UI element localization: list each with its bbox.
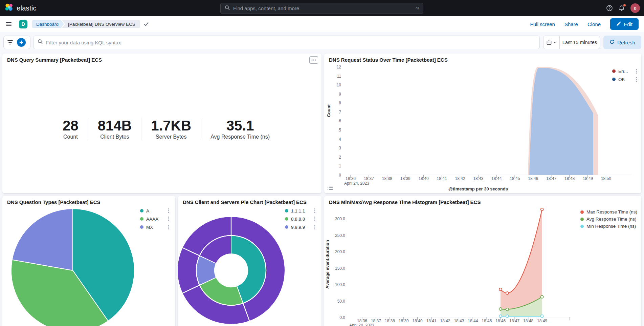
x-tick-label: 18:44 [491, 176, 502, 181]
panel-options-icon[interactable] [309, 56, 318, 64]
metric: 814B Client Bytes [88, 118, 141, 140]
x-tick-label: 18:39 [400, 176, 411, 181]
full-screen-button[interactable]: Full screen [530, 21, 555, 27]
breadcrumb: Dashboard [Packetbeat] DNS Overview ECS [32, 20, 140, 28]
legend-item-aaaa[interactable]: AAAA [140, 216, 170, 222]
legend-dot [612, 69, 616, 73]
refresh-button[interactable]: Refresh [603, 36, 641, 49]
panel-title: DNS Query Summary [Packetbeat] ECS [7, 57, 102, 63]
metric-value: 35.1 [210, 118, 270, 133]
clone-button[interactable]: Clone [587, 21, 601, 27]
y-tick-label: 100.0 [335, 282, 345, 287]
x-tick-label: 18:45 [481, 319, 492, 323]
panel-response-time-histogram: DNS Min/Max/Avg Response Time Histogram … [324, 196, 641, 326]
status-area-chart [344, 66, 636, 181]
legend-menu-icon[interactable] [636, 68, 638, 74]
metric-value: 814B [98, 118, 132, 133]
panel-dns-question-types: DNS Question Types [Packetbeat] ECS A AA… [2, 196, 175, 326]
x-tick-label: 18:48 [564, 176, 575, 181]
metric: 28 Count [53, 118, 88, 140]
legend-label: Err... [618, 69, 628, 74]
navbar-actions: Full screen Share Clone Edit [530, 18, 644, 30]
legend-toggle-icon[interactable] [327, 184, 334, 192]
legend-item-mx[interactable]: MX [140, 224, 170, 230]
x-tick-label: 18:41 [436, 176, 448, 181]
kql-search-input[interactable]: Filter your data using KQL syntax [33, 36, 540, 49]
y-tick-label: 8 [339, 101, 341, 105]
legend-item-1111[interactable]: 1.1.1.1 [285, 208, 316, 213]
y-tick-label: 250.0 [335, 233, 345, 238]
metric-value: 1.7KB [151, 118, 191, 133]
share-button[interactable]: Share [564, 21, 578, 27]
legend-menu-icon[interactable] [168, 216, 170, 222]
y-tick-label: 1 [339, 164, 341, 168]
legend-item-avg[interactable]: Avg Response Time (ns) [580, 217, 637, 222]
pie-slice-mx [12, 209, 73, 270]
alerts-bell-icon[interactable] [618, 5, 625, 12]
legend-label: Min Response Time (ns) [586, 224, 636, 229]
metric-group: 28 Count 814B Client Bytes 1.7KB Server … [53, 118, 279, 140]
elastic-home-link[interactable]: elastic [5, 0, 37, 16]
add-filter-button[interactable] [17, 38, 26, 47]
filter-icon[interactable] [6, 39, 14, 46]
date-picker[interactable]: Last 15 minutes [543, 36, 600, 49]
x-tick-label: 18:47 [546, 176, 557, 181]
dashboard-app-badge[interactable]: D [19, 20, 27, 28]
app-navbar: D Dashboard [Packetbeat] DNS Overview EC… [0, 16, 644, 32]
x-tick-label: 18:41 [426, 319, 437, 323]
global-search-placeholder: Find apps, content, and more. [233, 5, 413, 11]
legend-dot [140, 225, 143, 229]
metric: 35.1 Avg Response Time (ns) [201, 118, 279, 140]
legend-item-a[interactable]: A [140, 208, 170, 213]
user-avatar[interactable]: e [630, 3, 640, 13]
legend-menu-icon[interactable] [168, 208, 170, 213]
breadcrumb-dashboard[interactable]: Dashboard [32, 20, 64, 28]
time-range-value[interactable]: Last 15 minutes [560, 40, 600, 45]
x-axis-date: April 24, 2023 [345, 323, 379, 326]
kibana-dashboard-app: elastic Find apps, content, and more. ^/ [0, 0, 644, 326]
question-types-pie-chart [5, 202, 140, 326]
legend-item-9999[interactable]: 9.9.9.9 [285, 224, 316, 230]
menu-hamburger-icon[interactable] [5, 21, 12, 27]
chart-legend: Err... OK [612, 68, 638, 82]
legend-item-8888[interactable]: 8.8.8.8 [285, 216, 316, 222]
legend-menu-icon[interactable] [314, 216, 316, 222]
legend-item-max[interactable]: Max Response Time (ns) [580, 209, 637, 215]
legend-menu-icon[interactable] [636, 77, 638, 82]
x-tick-label: 18:49 [582, 176, 594, 181]
y-tick-label: 50.0 [337, 299, 345, 304]
date-quick-select[interactable] [543, 36, 560, 49]
metric-value: 28 [63, 118, 79, 133]
y-axis-ticks: 300.0250.0200.0150.0100.050.00.0 [324, 217, 345, 320]
x-tick-label: 18:46 [495, 319, 506, 323]
x-tick-label: 18:49 [536, 319, 548, 323]
legend-dot [285, 225, 288, 229]
x-tick-label: 18:37 [370, 319, 382, 323]
x-tick-label: 18:50 [600, 176, 612, 181]
search-icon [225, 5, 230, 12]
refresh-label: Refresh [617, 40, 635, 45]
x-tick-label: 18:42 [440, 319, 451, 323]
legend-menu-icon[interactable] [314, 224, 316, 230]
legend-menu-icon[interactable] [314, 208, 316, 213]
legend-item-min[interactable]: Min Response Time (ns) [580, 224, 637, 229]
y-tick-label: 3 [339, 146, 341, 150]
x-tick-label: 18:36 [345, 176, 356, 181]
x-tick-label: 18:39 [398, 319, 409, 323]
x-tick-label: 18:45 [509, 176, 520, 181]
saved-check-icon [143, 21, 149, 27]
edit-button[interactable]: Edit [610, 18, 639, 30]
y-tick-label: 2 [339, 155, 341, 160]
x-axis-ticks: 18:3618:3718:3818:3918:4018:4118:4218:43… [356, 319, 548, 323]
x-tick-label: 18:38 [384, 319, 396, 323]
global-search-input[interactable]: Find apps, content, and more. ^/ [220, 3, 423, 14]
x-tick-label: 18:47 [509, 319, 520, 323]
x-tick-label: 18:42 [454, 176, 466, 181]
legend-menu-icon[interactable] [168, 224, 170, 230]
y-axis-ticks: 1211109876543210 [324, 65, 341, 178]
x-tick-label: 18:38 [381, 176, 393, 181]
help-icon[interactable] [606, 5, 613, 12]
legend-item-errors[interactable]: Err... [612, 68, 638, 74]
legend-dot [580, 210, 584, 214]
legend-item-ok[interactable]: OK [612, 77, 638, 82]
